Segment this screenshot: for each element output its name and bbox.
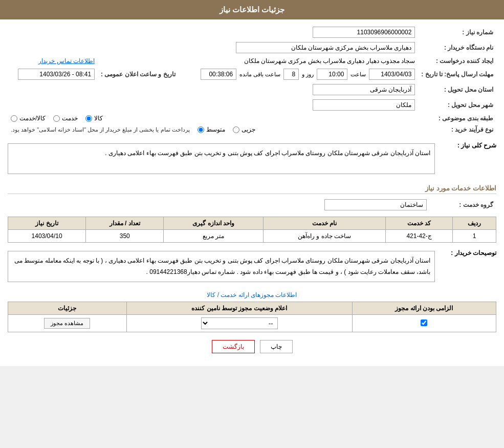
- radio-jozvi-label: جزیی: [242, 126, 255, 133]
- table-row: 1 ج-42-421 ساخت جاده و راه‌آهن متر مربع …: [8, 230, 496, 243]
- radio-kala[interactable]: [85, 115, 92, 122]
- cell-radif: 1: [453, 230, 496, 243]
- buyer-notes-label: توصیحات خریدار :: [435, 247, 496, 257]
- status-cell: --: [126, 315, 352, 332]
- radio-kalaKhedmat[interactable]: [11, 115, 17, 122]
- permits-table: الزامی بودن ارائه مجوز اعلام وضعیت مجوز …: [8, 302, 496, 332]
- radio-kalaKhedmat-label: کالا/خدمت: [19, 115, 46, 122]
- farayand-row: نوع فرآیند خرید : پرداخت تمام یا بخشی از…: [8, 124, 496, 135]
- details-cell: مشاهده مجوز: [8, 315, 127, 332]
- content-area: شماره نیاز : 1103096906000002 نام دستگاه…: [0, 19, 504, 366]
- col-elzami: الزامی بودن ارائه مجوز: [352, 302, 496, 315]
- elzami-checkbox[interactable]: [421, 319, 427, 326]
- gorohe-row: گروه خدمت : ساختمان: [8, 197, 496, 212]
- buyer-notes-box: استان آذربایجان شرقی شهرستان ملکان روستا…: [8, 251, 435, 282]
- permits-thead: الزامی بودن ارائه مجوز اعلام وضعیت مجوز …: [8, 302, 496, 315]
- namDastgah-box: دهیاری ملاسراب بخش مرکزی شهرستان ملکان: [236, 42, 415, 53]
- shomareNiaz-box: 1103096906000002: [313, 27, 415, 38]
- mohlat-row: مهلت ارسال پاسخ: تا تاریخ : 1403/04/03 س…: [8, 67, 496, 82]
- roz-label: روز و: [302, 71, 314, 78]
- gorohe-box: ساختمان: [324, 199, 427, 210]
- tabaqe-row: طبقه بندی موضوعی : کالا/خدمت خدمت کالا: [8, 113, 496, 124]
- tarikhAelan-value: 1403/03/26 - 08:41: [8, 67, 98, 82]
- services-thead: ردیف کد خدمت نام خدمت واحد اندازه گیری ت…: [8, 217, 496, 230]
- radio-jozvi[interactable]: [233, 126, 239, 133]
- col-radif: ردیف: [453, 217, 496, 230]
- cell-tedad: 350: [86, 230, 164, 243]
- farayand-radio-group: پرداخت تمام یا بخشی از مبلغ خریدار از مح…: [11, 126, 415, 133]
- radio-jozvi-item: جزیی: [233, 126, 255, 133]
- radio-kala-label: کالا: [94, 115, 103, 122]
- ijadKonande-text: سجاد مجذوب دهیار دهیاری ملاسراب بخش مرکز…: [244, 57, 415, 65]
- tabaqe-radio-group: کالا/خدمت خدمت کالا: [11, 115, 415, 122]
- button-bar: چاپ بازگشت: [8, 340, 496, 353]
- mohlat-label: مهلت ارسال پاسخ: تا تاریخ :: [418, 67, 496, 82]
- radio-motevaset[interactable]: [198, 126, 204, 133]
- col-nam: نام خدمت: [264, 217, 386, 230]
- ostan-value: آذربایجان شرقی: [8, 82, 418, 97]
- back-button[interactable]: بازگشت: [212, 340, 255, 353]
- buyer-notes-section: توصیحات خریدار : استان آذربایجان شرقی شه…: [8, 247, 496, 286]
- ostan-label: استان محل تحویل :: [418, 82, 496, 97]
- saat-box: 10:00: [317, 69, 347, 80]
- mohlat-flex: 1403/04/03 ساعت 10:00 روز و 8 ساعت باقی …: [182, 69, 415, 80]
- farayand-content: پرداخت تمام یا بخشی از مبلغ خریدار از مح…: [8, 124, 418, 135]
- radio-khedmat-label: خدمت: [62, 115, 78, 122]
- baghimande-box: 00:38:06: [201, 69, 236, 80]
- sharh-section: شرح کلی نیاز : استان آذربایجان شرقی شهرس…: [8, 139, 496, 178]
- page-title: جزئیات اطلاعات نیاز: [220, 5, 284, 14]
- ijadKonande-value: سجاد مجذوب دهیار دهیاری ملاسراب بخش مرکز…: [98, 55, 418, 67]
- page-wrapper: جزئیات اطلاعات نیاز شماره نیاز : 1103096…: [0, 0, 504, 366]
- shomareNiaz-row: شماره نیاز : 1103096906000002: [8, 25, 496, 40]
- gorohe-label: گروه خدمت :: [430, 197, 496, 212]
- ijadKonande-row: ایجاد کننده درخواست : سجاد مجذوب دهیار د…: [8, 55, 496, 67]
- sharh-box: استان آذربایجان شرقی شهرستان ملکان روستا…: [8, 143, 435, 174]
- gorohe-value: ساختمان: [8, 197, 430, 212]
- gorohe-table: گروه خدمت : ساختمان: [8, 197, 496, 212]
- col-vahed: واحد اندازه گیری: [164, 217, 264, 230]
- radio-khedmat[interactable]: [53, 115, 60, 122]
- col-details: جزئیات: [8, 302, 127, 315]
- shahr-label: شهر محل تحویل :: [418, 97, 496, 113]
- baghimande-label: ساعت باقی مانده: [239, 71, 280, 78]
- roz-box: 8: [283, 69, 299, 80]
- shahr-row: شهر محل تحویل : ملکان: [8, 97, 496, 113]
- services-table: ردیف کد خدمت نام خدمت واحد اندازه گیری ت…: [8, 217, 496, 243]
- radio-khedmat-item: خدمت: [53, 115, 78, 122]
- col-tarikh: تاریخ نیاز: [8, 217, 86, 230]
- services-tbody: 1 ج-42-421 ساخت جاده و راه‌آهن متر مربع …: [8, 230, 496, 243]
- shomareNiaz-value: 1103096906000002: [179, 25, 419, 40]
- mohlat-values: 1403/04/03 ساعت 10:00 روز و 8 ساعت باقی …: [179, 67, 419, 82]
- col-kod: کد خدمت: [386, 217, 453, 230]
- farayand-note: پرداخت تمام یا بخشی از مبلغ خریدار از مح…: [11, 126, 190, 133]
- ijadKonande-label: ایجاد کننده درخواست :: [418, 55, 496, 67]
- permits-header-row: الزامی بودن ارائه مجوز اعلام وضعیت مجوز …: [8, 302, 496, 315]
- view-permit-button[interactable]: مشاهده مجوز: [44, 318, 90, 329]
- info-table: شماره نیاز : 1103096906000002 نام دستگاه…: [8, 25, 496, 135]
- permits-tbody: -- مشاهده مجوز: [8, 315, 496, 332]
- status-select[interactable]: --: [201, 317, 278, 329]
- shomareNiaz-label: شماره نیاز :: [418, 25, 496, 40]
- permits-row: -- مشاهده مجوز: [8, 315, 496, 332]
- ostan-box: آذربایجان شرقی: [313, 84, 415, 95]
- ostan-row: استان محل تحویل : آذربایجان شرقی: [8, 82, 496, 97]
- print-button[interactable]: چاپ: [260, 340, 293, 353]
- tabaqe-label: طبقه بندی موضوعی :: [418, 113, 496, 124]
- radio-kala-item: کالا: [85, 115, 103, 122]
- date-box: 1403/04/03: [369, 69, 415, 80]
- col-tedad: تعداد / مقدار: [86, 217, 164, 230]
- cell-vahed: متر مربع: [164, 230, 264, 243]
- shahr-box: ملکان: [313, 99, 415, 111]
- namDastgah-row: نام دستگاه خریدار : دهیاری ملاسراب بخش م…: [8, 40, 496, 55]
- cell-kod: ج-42-421: [386, 230, 453, 243]
- col-status: اعلام وضعیت مجوز توسط نامین کننده: [126, 302, 352, 315]
- ettelaatTamas-link[interactable]: اطلاعات تماس خریدار: [38, 57, 95, 65]
- services-header-row: ردیف کد خدمت نام خدمت واحد اندازه گیری ت…: [8, 217, 496, 230]
- namDastgah-label: نام دستگاه خریدار :: [418, 40, 496, 55]
- tabaqe-radios: کالا/خدمت خدمت کالا: [8, 113, 418, 124]
- page-header: جزئیات اطلاعات نیاز: [0, 0, 504, 19]
- tarikhAelan-label: تاریخ و ساعت اعلان عمومی :: [98, 67, 179, 82]
- sharh-label: شرح کلی نیاز :: [435, 139, 496, 149]
- elzami-cell: [352, 315, 496, 332]
- farayand-label: نوع فرآیند خرید :: [418, 124, 496, 135]
